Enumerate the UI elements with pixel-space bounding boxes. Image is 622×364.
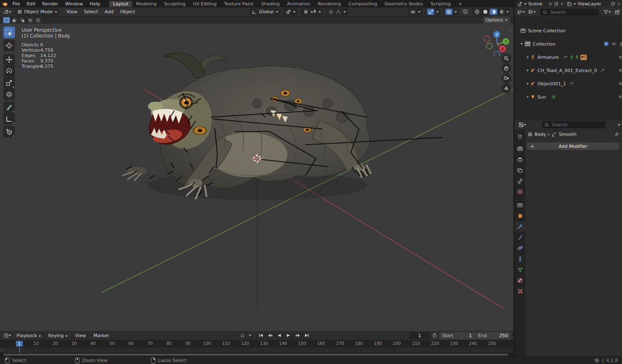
start-frame-field[interactable]: Start 1 (439, 332, 475, 339)
tab-scene[interactable] (515, 176, 525, 186)
viewlayer-selector[interactable]: ViewLayer × (565, 0, 622, 7)
menu-view[interactable]: View (63, 9, 80, 14)
auto-keying-toggle[interactable] (238, 332, 247, 339)
scrollbar-handle[interactable] (3, 354, 508, 356)
tab-physics[interactable] (515, 243, 525, 253)
hide-eye-icon[interactable] (618, 68, 622, 72)
tool-annotate[interactable] (3, 101, 15, 113)
menu-object[interactable]: Object (117, 9, 138, 14)
tab-constraints[interactable] (515, 254, 525, 264)
proportional-editing-controls[interactable] (326, 8, 348, 16)
outliner-search[interactable] (540, 9, 599, 16)
hide-eye-icon[interactable] (618, 82, 622, 86)
play-button[interactable] (284, 332, 293, 339)
tool-measure[interactable] (3, 113, 15, 125)
select-mode-intersect-icon[interactable] (34, 17, 41, 23)
shading-rendered-icon[interactable] (498, 9, 505, 15)
menu-playback[interactable]: Playback (13, 333, 44, 338)
tool-transform[interactable] (3, 89, 15, 100)
workspace-tab-animation[interactable]: Animation (283, 1, 314, 7)
close-icon[interactable]: × (560, 1, 564, 7)
expand-arrow-icon[interactable] (520, 43, 523, 45)
workspace-tab-texture-paint[interactable]: Texture Paint (221, 1, 258, 7)
workspace-tab-sculpting[interactable]: Sculpting (160, 1, 189, 7)
tab-world[interactable] (515, 187, 525, 197)
outliner-display-mode[interactable] (516, 9, 526, 15)
workspace-tab-geometry-nodes[interactable]: Geometry Nodes (381, 1, 427, 7)
close-icon[interactable]: × (617, 1, 621, 7)
outliner-filter-button[interactable] (603, 9, 612, 15)
camera-view-button[interactable] (501, 73, 511, 83)
xray-toggle[interactable] (461, 9, 469, 15)
hide-eye-icon[interactable] (618, 95, 622, 99)
pan-hand-button[interactable] (501, 63, 511, 73)
tab-material[interactable] (515, 275, 525, 285)
options-dropdown[interactable]: Options (483, 17, 510, 24)
tab-object-data[interactable] (515, 265, 525, 275)
menu-marker[interactable]: Marker (90, 333, 112, 338)
outliner-item-ch-toad[interactable]: CH_Toad_A_001_Extract_0 (515, 67, 622, 74)
timeline-editor-type[interactable] (2, 332, 12, 339)
shading-material-icon[interactable] (490, 9, 497, 15)
properties-search[interactable] (542, 121, 606, 128)
outliner-filter-mode[interactable] (527, 9, 537, 15)
timeline-ruler[interactable]: 1020304050607080901001101201301401501601… (0, 340, 513, 347)
tab-particles[interactable] (515, 232, 525, 242)
pin-icon[interactable] (548, 2, 552, 6)
menu-add[interactable]: Add (101, 9, 117, 14)
hide-eye-icon[interactable] (618, 55, 622, 59)
chevron-down-icon[interactable] (618, 124, 620, 126)
shading-solid-icon[interactable] (481, 9, 489, 15)
tab-render[interactable] (515, 144, 525, 154)
playhead-line[interactable] (19, 347, 20, 353)
pivot-point-selector[interactable] (283, 8, 298, 16)
copy-icon[interactable] (554, 2, 559, 6)
transform-orientation-selector[interactable]: Global (249, 8, 280, 16)
tab-collection[interactable] (515, 200, 525, 210)
tool-add-primitive[interactable] (3, 126, 15, 137)
previous-keyframe-button[interactable] (266, 332, 275, 339)
menu-file[interactable]: File (9, 1, 23, 7)
tab-tool[interactable] (515, 132, 525, 142)
gizmos-toggle[interactable] (425, 8, 441, 16)
outliner-item-object001[interactable]: Object001_1 (515, 80, 622, 87)
jump-to-end-button[interactable] (302, 332, 311, 339)
select-mode-invert-icon[interactable] (27, 17, 34, 23)
select-mode-subtract-icon[interactable] (19, 17, 26, 23)
menu-edit[interactable]: Edit (23, 1, 39, 7)
viewport-canvas[interactable]: User Perspective (1) Collection | Body O… (0, 24, 513, 331)
menu-keying[interactable]: Keying (45, 333, 71, 338)
select-mode-extend-icon[interactable] (11, 17, 18, 23)
scene-selector[interactable]: Scene × (515, 0, 566, 7)
region-collapse-arrow[interactable]: ‹ (510, 28, 511, 32)
new-collection-button[interactable] (614, 9, 621, 15)
snapping-controls[interactable] (301, 8, 323, 16)
workspace-tab-modeling[interactable]: Modeling (132, 1, 160, 7)
mode-selector[interactable]: Object Mode (15, 8, 60, 16)
channel-expand-arrow[interactable]: › (1, 348, 2, 352)
orthographic-toggle-button[interactable] (501, 83, 511, 93)
workspace-tab-rendering[interactable]: Rendering (314, 1, 345, 7)
collection-checkbox[interactable]: ✓ (604, 42, 608, 46)
menu-select[interactable]: Select (80, 9, 101, 14)
menu-view[interactable]: View (72, 333, 89, 338)
tool-scale[interactable] (3, 77, 15, 89)
workspace-tab-uv-editing[interactable]: UV Editing (189, 1, 220, 7)
tab-modifiers[interactable] (515, 222, 525, 231)
select-mode-set-icon[interactable] (3, 17, 10, 23)
expand-arrow-icon[interactable] (527, 69, 529, 72)
menu-render[interactable]: Render (39, 1, 62, 7)
add-workspace-button[interactable]: + (454, 1, 466, 7)
tool-rotate[interactable] (3, 65, 15, 77)
tab-output[interactable] (515, 154, 525, 164)
timeline-track-area[interactable] (0, 347, 513, 353)
copy-icon[interactable] (611, 2, 615, 6)
add-modifier-button[interactable]: + Add Modifier (527, 142, 619, 150)
breadcrumb-modifier[interactable]: Smooth (559, 132, 576, 137)
expand-arrow-icon[interactable] (527, 96, 529, 98)
playhead-badge[interactable]: 1 (16, 341, 23, 347)
overlays-toggle[interactable] (443, 8, 459, 16)
play-reverse-button[interactable] (275, 332, 284, 339)
end-frame-field[interactable]: End 250 (475, 332, 511, 339)
auto-keying-dropdown[interactable] (248, 332, 253, 339)
